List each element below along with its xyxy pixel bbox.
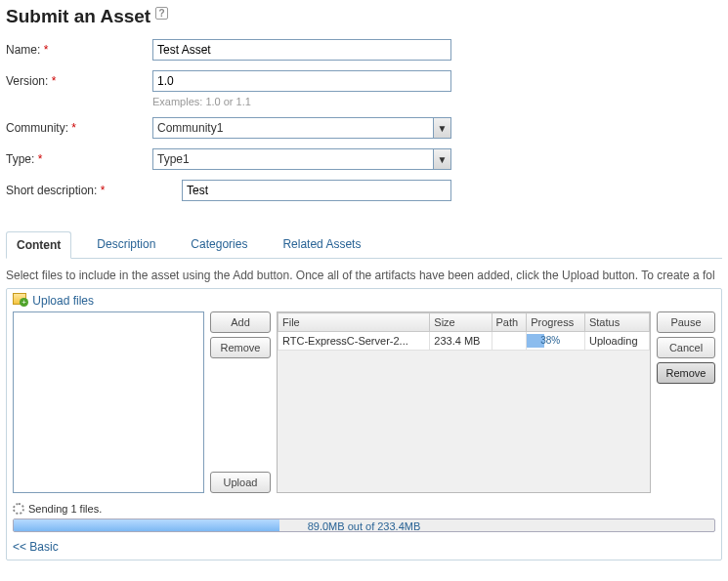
col-file[interactable]: File [278, 313, 430, 332]
label-version-text: Version: [6, 74, 48, 88]
label-name: Name: * [6, 39, 152, 57]
chevron-down-icon: ▼ [433, 118, 450, 138]
row-short-description: Short description: * [6, 180, 722, 201]
col-path[interactable]: Path [492, 313, 527, 332]
label-community-text: Community: [6, 121, 68, 135]
help-icon[interactable]: ? [155, 7, 167, 20]
required-marker: * [38, 152, 43, 166]
label-name-text: Name: [6, 43, 40, 57]
overall-progress: 89.0MB out of 233.4MB [13, 519, 715, 532]
label-community: Community: * [6, 117, 152, 135]
label-short-description-text: Short description: [6, 184, 97, 197]
label-type-text: Type: [6, 152, 34, 166]
col-status[interactable]: Status [584, 313, 649, 332]
row-progress-text: 38% [527, 334, 574, 348]
row-progress: 38% [527, 334, 574, 348]
sending-text: Sending 1 files. [28, 503, 102, 515]
overall-progress-label: 89.0MB out of 233.4MB [14, 519, 714, 531]
upload-table: File Size Path Progress Status RTC-Expre… [278, 312, 650, 351]
label-type: Type: * [6, 148, 152, 166]
type-select-value: Type1 [153, 149, 433, 169]
row-type: Type: * Type1 ▼ [6, 148, 722, 170]
short-description-input[interactable] [182, 180, 451, 201]
file-action-column: Add Remove Upload [210, 311, 271, 493]
upload-files-label: Upload files [32, 294, 94, 308]
remove-local-button[interactable]: Remove [210, 337, 271, 358]
add-button[interactable]: Add [210, 311, 271, 333]
local-file-list[interactable] [13, 311, 204, 493]
cell-progress: 38% [527, 332, 585, 351]
remove-upload-button[interactable]: Remove [657, 362, 715, 384]
folder-add-icon [13, 293, 26, 305]
tab-categories[interactable]: Categories [181, 231, 257, 259]
name-input[interactable] [152, 39, 451, 61]
table-row[interactable]: RTC-ExpressC-Server-2... 233.4 MB 38% Up… [278, 332, 650, 351]
spinner-icon [13, 503, 24, 515]
type-select[interactable]: Type1 ▼ [152, 148, 451, 170]
pause-button[interactable]: Pause [657, 311, 715, 333]
tab-description[interactable]: Description [87, 231, 165, 259]
cell-status: Uploading [584, 332, 649, 351]
upload-files-header: Upload files [13, 293, 715, 308]
basic-link[interactable]: << Basic [13, 540, 715, 554]
required-marker: * [44, 43, 49, 57]
required-marker: * [71, 121, 76, 135]
row-name: Name: * [6, 39, 722, 61]
col-progress[interactable]: Progress [527, 313, 585, 332]
cancel-button[interactable]: Cancel [657, 337, 715, 358]
community-select-value: Community1 [153, 118, 433, 138]
community-select[interactable]: Community1 ▼ [152, 117, 451, 139]
row-community: Community: * Community1 ▼ [6, 117, 722, 139]
tab-related-assets[interactable]: Related Assets [273, 231, 370, 259]
label-short-description: Short description: * [6, 180, 182, 197]
required-marker: * [52, 74, 57, 88]
col-size[interactable]: Size [430, 313, 492, 332]
label-version: Version: * [6, 70, 152, 88]
chevron-down-icon: ▼ [433, 149, 450, 169]
version-hint: Examples: 1.0 or 1.1 [152, 96, 722, 107]
page-title-text: Submit an Asset [6, 6, 150, 26]
page-title: Submit an Asset ? [6, 6, 722, 27]
tab-bar: Content Description Categories Related A… [6, 230, 722, 259]
tab-content[interactable]: Content [6, 231, 71, 259]
row-version: Version: * [6, 70, 722, 92]
required-marker: * [101, 184, 106, 197]
sending-status: Sending 1 files. [13, 503, 715, 515]
upload-control-column: Pause Cancel Remove [657, 311, 715, 493]
upload-table-wrap: File Size Path Progress Status RTC-Expre… [277, 311, 651, 493]
upload-button[interactable]: Upload [210, 472, 271, 493]
cell-file: RTC-ExpressC-Server-2... [278, 332, 430, 351]
version-input[interactable] [152, 70, 451, 92]
content-instructions: Select files to include in the asset usi… [6, 269, 722, 282]
upload-section: Upload files Add Remove Upload File Size… [6, 288, 722, 560]
cell-size: 233.4 MB [430, 332, 492, 351]
cell-path [492, 332, 527, 351]
